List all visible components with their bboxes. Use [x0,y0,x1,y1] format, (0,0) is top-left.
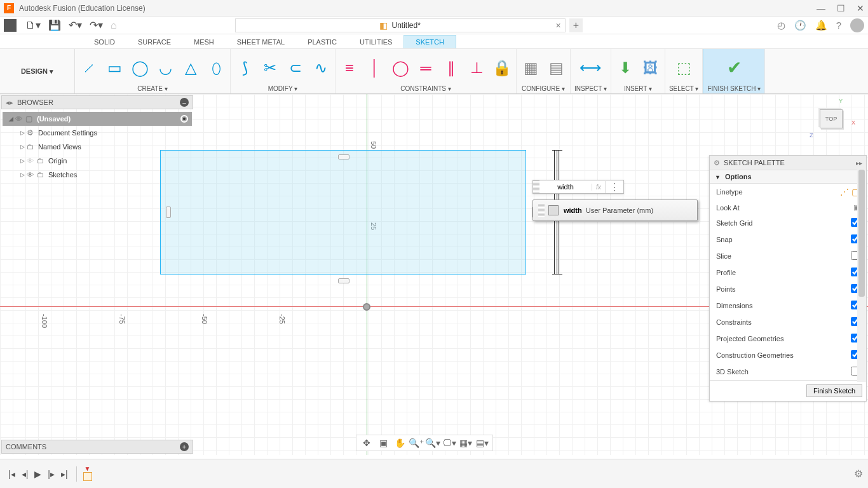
polygon-tool-icon[interactable]: △ [180,57,201,79]
configure-group-label[interactable]: CONFIGURE ▾ [522,84,565,92]
browser-root-node[interactable]: ◢ 👁 ▢ (Unsaved) [3,112,192,126]
insert-group-label[interactable]: INSERT ▾ [624,84,652,92]
help-icon[interactable]: ? [836,20,841,30]
sketch-rectangle[interactable] [160,150,526,274]
line-tool-icon[interactable]: ⟋ [79,57,99,79]
fix-constraint-icon[interactable]: 🔒 [492,57,512,79]
timeline-play-button[interactable]: ▶ [34,469,41,479]
browser-arrows-icon[interactable]: ◂▸ [6,98,13,107]
midpoint-constraint-icon[interactable] [338,278,349,283]
extensions-icon[interactable]: ◴ [777,20,785,31]
display-settings-icon[interactable]: 🖵▾ [442,437,457,449]
midpoint-constraint-icon[interactable] [338,154,349,159]
undo-button[interactable]: ↶▾ [69,19,82,31]
user-avatar[interactable] [850,18,864,32]
ellipse-tool-icon[interactable]: ⬯ [206,57,226,79]
add-comment-button[interactable]: + [180,442,189,451]
tab-sheet-metal[interactable]: SHEET METAL [226,36,296,48]
tab-plastic[interactable]: PLASTIC [296,36,348,48]
pan-tool-icon[interactable]: ✋ [392,437,407,449]
palette-expand-button[interactable]: ▸▸ [856,159,862,166]
browser-collapse-button[interactable]: – [180,98,189,107]
collapse-toggle-icon[interactable]: ▼ [715,174,721,180]
visibility-icon[interactable]: 👁 [27,171,37,179]
fillet-tool-icon[interactable]: ⟆ [234,57,255,79]
finish-sketch-button[interactable]: Finish Sketch [806,384,862,397]
inspect-group-label[interactable]: INSPECT ▾ [574,84,607,92]
home-button[interactable]: ⌂ [111,20,117,31]
viewcube-top-face[interactable]: TOP [820,109,843,128]
document-tab[interactable]: ◧ Untitled* × [235,18,566,32]
close-button[interactable]: ✕ [857,3,864,13]
insert-image-icon[interactable]: 🖼 [641,57,661,79]
close-tab-button[interactable]: × [555,20,560,30]
new-tab-button[interactable]: + [569,18,583,32]
browser-node[interactable]: ▷ ⚙ Document Settings [3,126,192,140]
minimize-button[interactable]: — [817,3,825,13]
offset-tool-icon[interactable]: ∿ [311,57,331,79]
maximize-button[interactable]: ☐ [837,3,845,13]
visibility-icon[interactable]: 👁 [15,115,25,123]
file-menu-button[interactable]: 🗋▾ [25,19,41,31]
data-panel-button[interactable] [4,19,17,32]
finish-sketch-icon[interactable]: ✔ [724,57,744,79]
origin-point[interactable] [363,303,370,311]
create-group-label[interactable]: CREATE ▾ [137,84,168,92]
trim-tool-icon[interactable]: ✂ [260,57,280,79]
tab-surface[interactable]: SURFACE [126,36,182,48]
expand-toggle-icon[interactable]: ▷ [20,172,27,178]
browser-node[interactable]: ▷ 👁 🗀 Origin [3,154,192,168]
expand-toggle-icon[interactable]: ▷ [20,158,27,164]
visibility-icon[interactable]: 👁 [27,157,37,165]
comments-panel-header[interactable]: COMMENTS + [1,440,193,454]
gear-icon[interactable]: ⚙ [714,159,720,167]
timeline-feature[interactable]: ▼ [82,465,93,483]
workspace-switcher[interactable]: DESIGN ▾ [21,67,53,76]
dimension-value-input[interactable] [539,181,592,193]
palette-scrollbar[interactable] [857,170,866,382]
rectangle-tool-icon[interactable]: ▭ [104,57,125,79]
vertical-constraint-icon[interactable]: │ [365,57,385,79]
tangent-constraint-icon[interactable]: ═ [416,57,436,79]
tab-solid[interactable]: SOLID [83,36,126,48]
measure-tool-icon[interactable]: ⟷ [580,57,600,79]
configure-icon[interactable]: ▦ [520,57,541,79]
linetype-construction-icon[interactable]: ⋰ [840,187,849,197]
horizontal-constraint-icon[interactable]: ≡ [339,57,360,79]
notifications-icon[interactable]: 🔔 [815,20,827,31]
tab-mesh[interactable]: MESH [182,36,226,48]
orbit-tool-icon[interactable]: ✥ [359,437,374,449]
dimension-menu-button[interactable]: ⋮ [605,181,623,193]
palette-section-header[interactable]: ▼ Options [710,170,866,184]
zoom-tool-icon[interactable]: 🔍⁺ [409,437,424,449]
job-status-icon[interactable]: 🕐 [794,20,806,31]
parameter-suggestion[interactable]: width User Parameter (mm) [532,200,698,221]
midpoint-constraint-icon[interactable] [166,207,171,218]
modify-group-label[interactable]: MODIFY ▾ [268,84,297,92]
tab-utilities[interactable]: UTILITIES [348,36,403,48]
timeline-prev-button[interactable]: ◂| [22,469,29,479]
perpendicular-constraint-icon[interactable]: ⊥ [466,57,487,79]
select-group-label[interactable]: SELECT ▾ [669,84,699,92]
tab-sketch[interactable]: SKETCH [403,35,456,48]
parallel-constraint-icon[interactable]: ∥ [441,57,461,79]
timeline-settings-button[interactable]: ⚙ [854,468,863,480]
palette-header[interactable]: ⚙ SKETCH PALETTE ▸▸ [710,156,866,170]
activate-radio[interactable] [180,115,188,123]
expand-toggle-icon[interactable]: ◢ [9,116,15,122]
timeline-end-button[interactable]: ▸| [61,469,68,479]
browser-header[interactable]: ◂▸ BROWSER – [1,95,193,109]
timeline-next-button[interactable]: |▸ [48,469,55,479]
constraints-group-label[interactable]: CONSTRAINTS ▾ [400,84,451,92]
viewcube[interactable]: TOP X Y Z [813,100,850,137]
save-button[interactable]: 💾 [48,19,61,31]
grid-settings-icon[interactable]: ▦▾ [458,437,473,449]
expand-toggle-icon[interactable]: ▷ [20,144,27,150]
insert-svg-icon[interactable]: ⬇ [615,57,635,79]
select-tool-icon[interactable]: ⬚ [674,57,694,79]
viewport-layout-icon[interactable]: ▤▾ [475,437,490,449]
drag-grip-icon[interactable] [533,180,539,193]
redo-button[interactable]: ↷▾ [90,19,103,31]
timeline-start-button[interactable]: |◂ [8,469,15,479]
coincident-constraint-icon[interactable]: ◯ [390,57,410,79]
